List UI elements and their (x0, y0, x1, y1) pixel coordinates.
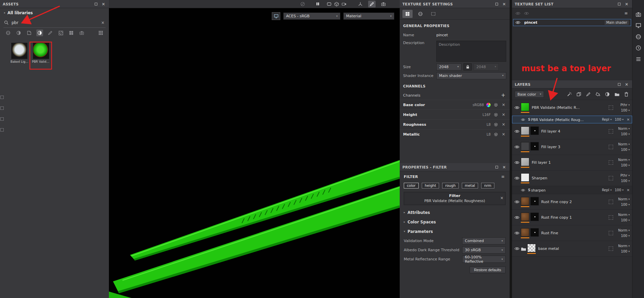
opacity-dropdown[interactable]: 100▾ (615, 188, 624, 192)
layer-row-pbr-validate[interactable]: PBR Validate (Metallic Roughness) Pthr▾ … (512, 100, 632, 116)
filter-remove-icon[interactable]: × (500, 196, 504, 200)
blend-mode-dropdown[interactable]: Pthr▾ (621, 103, 630, 107)
layer-row-rust-copy-2[interactable]: Rust Fine copy 2 Norm▾ 100▾ (512, 194, 632, 210)
group-folder-icon[interactable] (521, 247, 526, 251)
layer-row-rust-fine[interactable]: Rust Fine Norm▾ 100▾ (512, 225, 632, 241)
close-panel-icon[interactable]: × (501, 1, 507, 7)
channel-row[interactable]: Base color sRGB8 × (400, 100, 510, 110)
layer-name[interactable]: Fill layer 4 (541, 129, 560, 134)
size-width-dropdown[interactable]: 2048 ▾ (436, 63, 461, 71)
eye-all-icon[interactable] (515, 12, 520, 15)
visibility-eye-icon[interactable] (514, 161, 521, 164)
layer-mask-thumbnail[interactable] (530, 126, 539, 135)
layer-thumbnail[interactable] (521, 197, 529, 205)
opacity-dropdown[interactable]: 100▾ (615, 118, 624, 121)
channel-format[interactable]: sRGB8 (473, 103, 484, 107)
visibility-eye-icon[interactable] (514, 247, 521, 251)
layer-row-base-metal[interactable]: base metal Norm▾ 100▾ (512, 241, 632, 257)
visibility-eye-icon[interactable] (514, 200, 521, 204)
visibility-eye-icon[interactable] (515, 21, 522, 24)
opacity-dropdown[interactable]: 100▾ (621, 234, 630, 238)
display-mode-dropdown[interactable]: Material ▾ (343, 13, 394, 20)
tab-mesh-maps-icon[interactable] (415, 10, 425, 18)
remove-effect-icon[interactable]: × (627, 188, 630, 192)
description-field[interactable] (436, 41, 506, 62)
effect-name[interactable]: PBR Validate (Metallic Roughness) (531, 118, 585, 122)
mask-slot[interactable] (609, 246, 613, 251)
tag-height[interactable]: height (422, 183, 439, 188)
filter-resource-box[interactable]: Filter PBR Validate (Metallic Roughness)… (404, 192, 506, 205)
remove-effect-icon[interactable]: × (627, 117, 630, 122)
close-panel-icon[interactable]: × (624, 1, 629, 7)
metal-reflectance-dropdown[interactable]: 60-100% Reflective ▾ (462, 256, 506, 263)
layer-name[interactable]: PBR Validate (Metallic Roughness) (532, 105, 582, 110)
layer-name[interactable]: Rust Fine (541, 231, 558, 235)
layer-thumbnail[interactable] (521, 126, 529, 135)
float-panel-icon[interactable] (93, 1, 99, 7)
geometry-cube-icon[interactable] (333, 1, 340, 7)
add-effect-wand-icon[interactable] (566, 91, 572, 97)
mask-slot[interactable] (609, 105, 613, 110)
filter-smart-materials-icon[interactable] (15, 29, 22, 36)
filter-materials-icon[interactable] (5, 29, 12, 36)
visibility-eye-icon[interactable] (514, 130, 521, 133)
blend-mode-dropdown[interactable]: Norm▾ (618, 197, 630, 201)
delete-layer-trash-icon[interactable] (623, 91, 629, 97)
search-clear-icon[interactable]: × (100, 20, 106, 25)
blend-mode-dropdown[interactable]: Norm▾ (618, 158, 630, 162)
pause-engine-icon[interactable] (314, 1, 321, 7)
channel-row[interactable]: Metallic L8 × (400, 129, 510, 139)
visibility-eye-icon[interactable] (514, 231, 521, 235)
filter-textures-icon[interactable] (68, 29, 75, 36)
layer-name[interactable]: Fill layer 3 (541, 145, 560, 149)
blend-mode-dropdown[interactable]: Repl▾ (602, 188, 612, 192)
opacity-dropdown[interactable]: 100▾ (621, 250, 630, 253)
layer-name[interactable]: Fill layer 1 (532, 160, 551, 165)
layer-thumbnail[interactable] (521, 142, 529, 151)
dock-icon[interactable] (0, 106, 4, 110)
layer-row-fill-1[interactable]: Fill layer 1 Norm▾ 100▾ (512, 155, 632, 171)
color-wheel-icon[interactable] (486, 103, 491, 107)
visibility-eye-icon[interactable] (514, 176, 521, 180)
filter-smart-masks-icon[interactable] (26, 29, 33, 36)
channel-settings-gear-icon[interactable] (493, 122, 498, 127)
layer-mask-thumbnail[interactable] (530, 228, 539, 237)
photo-camera-icon[interactable] (380, 1, 387, 7)
video-camera-icon[interactable] (340, 1, 348, 7)
asset-item-baked-lighting[interactable]: Baked Lig... (10, 43, 29, 63)
mask-slot[interactable] (609, 160, 613, 165)
color-spaces-group[interactable]: ▸ Color Spaces (400, 217, 510, 227)
shader-settings-icon[interactable] (636, 34, 641, 40)
layer-name[interactable]: Rust Fine copy 1 (541, 215, 572, 220)
shader-instance-dropdown[interactable]: Main shader ▾ (436, 72, 506, 79)
float-panel-icon[interactable] (494, 1, 499, 7)
tag-metal[interactable]: metal (462, 183, 478, 188)
layer-row-fill-3[interactable]: Fill layer 3 Norm▾ 100▾ (512, 139, 632, 155)
layer-mask-thumbnail[interactable] (530, 142, 539, 151)
visibility-eye-icon[interactable] (514, 216, 521, 219)
add-smart-material-icon[interactable] (604, 91, 610, 97)
eye-solo-icon[interactable] (524, 12, 529, 15)
opacity-dropdown[interactable]: 100▾ (621, 218, 630, 222)
opacity-dropdown[interactable]: 100▾ (621, 148, 630, 152)
dock-icon[interactable] (0, 128, 4, 132)
effect-name[interactable]: sharpen (531, 188, 546, 192)
mask-slot[interactable] (609, 145, 613, 149)
blend-mode-dropdown[interactable]: Pthr▾ (621, 174, 630, 177)
layer-name[interactable]: base metal (538, 246, 559, 251)
assets-search-input[interactable] (12, 20, 97, 25)
3d-viewport[interactable]: ACES - sRGB ▾ Material ▾ (109, 8, 400, 298)
opacity-dropdown[interactable]: 100▾ (621, 132, 630, 136)
opacity-dropdown[interactable]: 100▾ (621, 179, 630, 183)
tag-color[interactable]: color (404, 183, 419, 188)
channel-row[interactable]: Height L16F × (400, 110, 510, 119)
parameters-group[interactable]: ▾ Parameters (400, 227, 510, 236)
visibility-eye-icon[interactable] (514, 145, 521, 149)
layer-row-fill-4[interactable]: Fill layer 4 Norm▾ 100▾ (512, 124, 632, 139)
visibility-eye-icon[interactable] (521, 118, 527, 121)
add-channel-icon[interactable]: + (500, 92, 506, 98)
viewer-settings-icon[interactable] (636, 23, 641, 28)
filter-alphas-icon[interactable] (57, 29, 64, 36)
layer-thumbnail[interactable] (521, 103, 529, 111)
menu-icon[interactable]: ≡ (500, 174, 506, 179)
